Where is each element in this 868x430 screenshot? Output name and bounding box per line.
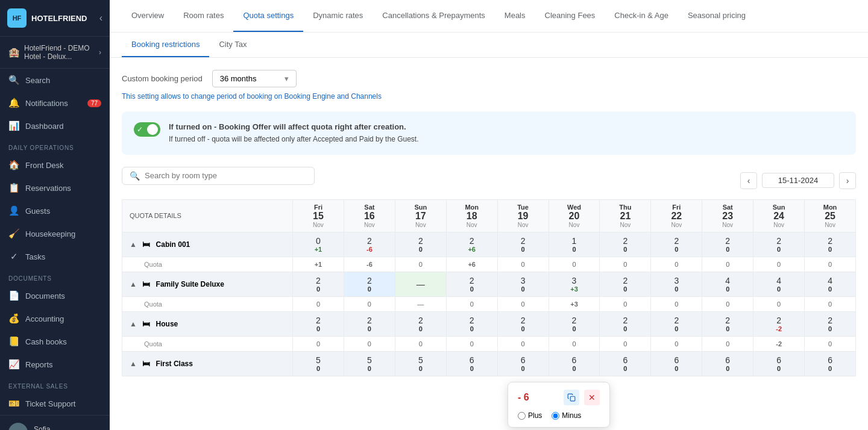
family-val-6[interactable]: 20 (600, 272, 651, 296)
house-val-10[interactable]: 20 (805, 311, 856, 336)
popup-minus-radio[interactable] (552, 412, 559, 420)
nav-cleaning-fees[interactable]: Cleaning Fees (535, 0, 605, 32)
quota-family-10[interactable]: 0 (805, 296, 856, 311)
sidebar-item-front-desk[interactable]: 🏠 Front Desk (0, 154, 110, 176)
family-val-5[interactable]: 3+3 (549, 272, 600, 296)
first-class-expand-btn[interactable]: ▲ (130, 360, 137, 368)
sub-nav-booking-restrictions[interactable]: Booking restrictions (122, 33, 209, 57)
first-val-8[interactable]: 60 (702, 351, 753, 376)
cabin-001-expand-btn[interactable]: ▲ (130, 240, 137, 249)
family-val-1[interactable]: 20 (344, 272, 395, 296)
family-suite-expand-btn[interactable]: ▲ (130, 280, 137, 288)
sidebar-collapse-btn[interactable]: ‹ (99, 13, 102, 23)
quota-house-10[interactable]: 0 (805, 336, 856, 351)
sidebar-item-tasks[interactable]: ✓ Tasks (0, 245, 110, 268)
sidebar-item-reservations[interactable]: 📋 Reservations (0, 176, 110, 199)
first-val-6[interactable]: 60 (600, 351, 651, 376)
quota-family-3[interactable]: 0 (446, 296, 497, 311)
family-val-7[interactable]: 30 (651, 272, 702, 296)
room-search-bar[interactable]: 🔍 (122, 167, 315, 185)
sidebar-item-guests[interactable]: 👤 Guests (0, 199, 110, 222)
quota-cabin-001-3[interactable]: +6 (446, 257, 497, 272)
quota-cabin-001-0[interactable]: +1 (293, 257, 344, 272)
period-selector[interactable]: 36 months ▾ (212, 70, 297, 87)
quota-family-6[interactable]: 0 (600, 296, 651, 311)
first-val-2[interactable]: 50 (395, 351, 446, 376)
quota-family-4[interactable]: 0 (497, 296, 549, 311)
house-val-9[interactable]: 2-2 (753, 311, 805, 336)
house-val-1[interactable]: 20 (344, 311, 395, 336)
quota-family-0[interactable]: 0 (293, 296, 344, 311)
quota-house-6[interactable]: 0 (600, 336, 651, 351)
cabin-001-val-9[interactable]: 20 (753, 232, 805, 257)
house-val-3[interactable]: 20 (446, 311, 497, 336)
house-val-4[interactable]: 20 (497, 311, 549, 336)
popup-close-btn[interactable]: ✕ (584, 390, 600, 405)
house-val-2[interactable]: 20 (395, 311, 446, 336)
first-val-3[interactable]: 60 (446, 351, 497, 376)
popup-plus-radio[interactable] (518, 412, 526, 420)
house-val-0[interactable]: 20 (293, 311, 344, 336)
sidebar-hotel[interactable]: 🏨 HotelFriend - DEMO Hotel - Delux... › (0, 37, 110, 69)
sidebar-item-cash-books[interactable]: 📒 Cash books (0, 330, 110, 353)
house-val-5[interactable]: 20 (549, 311, 600, 336)
house-expand-btn[interactable]: ▲ (130, 320, 137, 328)
popup-copy-btn[interactable] (564, 390, 579, 405)
popup-minus-option[interactable]: Minus (552, 411, 581, 420)
house-val-7[interactable]: 20 (651, 311, 702, 336)
quota-house-0[interactable]: 0 (293, 336, 344, 351)
quota-house-2[interactable]: 0 (395, 336, 446, 351)
nav-meals[interactable]: Meals (495, 0, 535, 32)
nav-cancellations[interactable]: Cancellations & Prepayments (373, 0, 495, 32)
nav-overview[interactable]: Overview (122, 0, 174, 32)
first-val-5[interactable]: 60 (549, 351, 600, 376)
cabin-001-val-3[interactable]: 2+6 (446, 232, 497, 257)
family-val-10[interactable]: 40 (805, 272, 856, 296)
sidebar-logo[interactable]: HF HOTELFRIEND ‹ (0, 0, 110, 37)
sidebar-item-notifications[interactable]: 🔔 Notifications 77 (0, 92, 110, 114)
family-val-2[interactable]: — (395, 272, 446, 296)
family-val-8[interactable]: 40 (702, 272, 753, 296)
quota-cabin-001-5[interactable]: 0 (549, 257, 600, 272)
first-val-7[interactable]: 60 (651, 351, 702, 376)
cabin-001-val-7[interactable]: 20 (651, 232, 702, 257)
booking-offer-toggle[interactable]: ✓ (134, 122, 160, 137)
quota-house-5[interactable]: 0 (549, 336, 600, 351)
cabin-001-val-0[interactable]: 0+1 (293, 232, 344, 257)
first-val-4[interactable]: 60 (497, 351, 549, 376)
family-val-0[interactable]: 20 (293, 272, 344, 296)
quota-family-2[interactable]: — (395, 296, 446, 311)
cabin-001-val-5[interactable]: 10 (549, 232, 600, 257)
cabin-001-val-6[interactable]: 20 (600, 232, 651, 257)
quota-house-8[interactable]: 0 (702, 336, 753, 351)
house-val-8[interactable]: 20 (702, 311, 753, 336)
quota-family-7[interactable]: 0 (651, 296, 702, 311)
quota-cabin-001-6[interactable]: 0 (600, 257, 651, 272)
sidebar-item-reports[interactable]: 📈 Reports (0, 353, 110, 376)
quota-family-1[interactable]: 0 (344, 296, 395, 311)
nav-dynamic-rates[interactable]: Dynamic rates (303, 0, 373, 32)
cabin-001-val-10[interactable]: 20 (805, 232, 856, 257)
quota-family-5[interactable]: +3 (549, 296, 600, 311)
nav-seasonal-pricing[interactable]: Seasonal pricing (678, 0, 755, 32)
first-val-0[interactable]: 50 (293, 351, 344, 376)
quota-house-9[interactable]: -2 (753, 336, 805, 351)
sidebar-item-documents[interactable]: 📄 Documents (0, 284, 110, 307)
date-next-btn[interactable]: › (839, 172, 856, 189)
quota-cabin-001-8[interactable]: 0 (702, 257, 753, 272)
first-val-1[interactable]: 50 (344, 351, 395, 376)
cabin-001-val-1[interactable]: 2-6 (344, 232, 395, 257)
quota-cabin-001-2[interactable]: 0 (395, 257, 446, 272)
cabin-001-val-2[interactable]: 20 (395, 232, 446, 257)
popup-plus-option[interactable]: Plus (518, 411, 542, 420)
quota-cabin-001-4[interactable]: 0 (497, 257, 549, 272)
quota-house-3[interactable]: 0 (446, 336, 497, 351)
quota-house-1[interactable]: 0 (344, 336, 395, 351)
sidebar-item-dashboard[interactable]: 📊 Dashboard (0, 114, 110, 137)
sidebar-item-ticket-support[interactable]: 🎫 Ticket Support (0, 392, 110, 415)
family-val-4[interactable]: 30 (497, 272, 549, 296)
first-val-9[interactable]: 60 (753, 351, 805, 376)
date-prev-btn[interactable]: ‹ (740, 172, 757, 189)
sidebar-avatar[interactable]: S Sofia @Hotel Admin › (0, 415, 110, 430)
quota-family-8[interactable]: 0 (702, 296, 753, 311)
